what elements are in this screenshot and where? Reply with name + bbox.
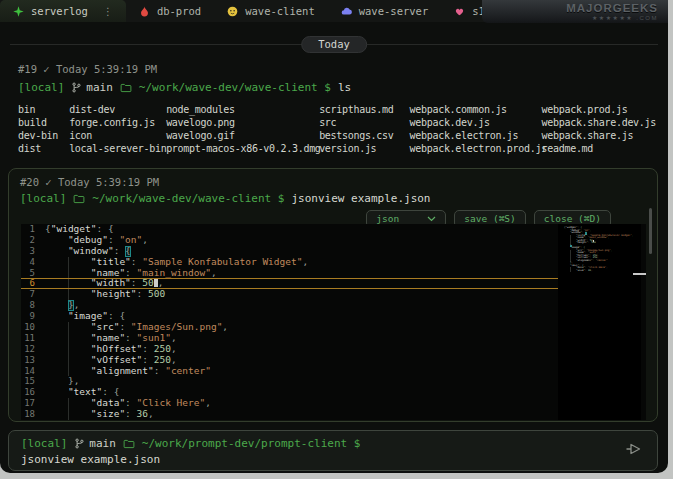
tab-serverlog[interactable]: serverlog⋮ — [0, 0, 126, 22]
code-line: 4 "title": "Sample Konfabulator Widget", — [21, 257, 646, 268]
ls-column: node_moduleswavelogo.pngwavelogo.gifprom… — [166, 103, 319, 155]
line-number: 11 — [21, 333, 45, 344]
prompt-path: ~/work/wave-dev/wave-client $ — [139, 81, 331, 94]
file-name: wavelogo.gif — [166, 129, 319, 142]
line-number: 1 — [21, 224, 45, 235]
file-name: dev-bin — [18, 129, 69, 142]
input-prompt-line: [local]main~/work/prompt-dev/prompt-clie… — [21, 437, 645, 450]
tab-label: wave-client — [245, 5, 315, 17]
prompt-line: [local]~/work/wave-dev/wave-client $json… — [20, 192, 431, 205]
prompt-host: [local] — [20, 192, 66, 205]
chevron-down-icon — [427, 216, 436, 222]
line-number: 17 — [21, 398, 45, 409]
code-lines: 1{"widget": {2 "debug": "on",3 "window":… — [21, 224, 646, 420]
file-name: forge.config.js — [69, 116, 166, 129]
file-name: webpack.share.js — [542, 129, 656, 142]
file-name: bestsongs.csv — [319, 129, 409, 142]
line-number: 2 — [21, 235, 45, 246]
block-number: #19 — [18, 63, 37, 75]
code-line: 14 "alignment": "center" — [21, 366, 646, 377]
timeline-divider: Today — [0, 36, 668, 53]
block-meta: #19 ✓ Today 5:39:19 PM — [18, 63, 656, 75]
folder-icon — [73, 193, 85, 205]
file-name: webpack.prod.js — [542, 103, 656, 116]
tab-db-prod[interactable]: db-prod — [126, 0, 214, 22]
line-number: 3 — [21, 246, 45, 257]
command-block-20[interactable]: #20 ✓ Today 5:39:19 PM [local]~/work/wav… — [8, 168, 658, 422]
panel-scrollbar[interactable] — [649, 208, 652, 254]
ls-column: binbuilddev-bindist — [18, 103, 69, 155]
file-name: version.js — [319, 142, 409, 155]
file-name: wavelogo.png — [166, 116, 319, 129]
file-name: webpack.common.js — [410, 103, 542, 116]
line-number: 9 — [21, 311, 45, 322]
majorgeeks-watermark: MAJORGEEKS ★★★★★★ .COM — [482, 0, 668, 23]
cloud-icon — [341, 6, 352, 17]
block-time: Today 5:39:19 PM — [58, 176, 159, 188]
file-name: readme.md — [542, 142, 656, 155]
today-badge[interactable]: Today — [301, 36, 367, 53]
command-input-text[interactable]: jsonview example.json — [21, 453, 645, 466]
file-name: webpack.dev.js — [410, 116, 542, 129]
block-time: Today 5:39:19 PM — [56, 63, 157, 75]
prompt-host: [local] — [18, 81, 64, 94]
sparkle-icon — [13, 6, 24, 17]
line-number: 8 — [21, 300, 45, 311]
line-number: 12 — [21, 344, 45, 355]
file-name: webpack.electron.prod.js — [410, 142, 542, 155]
prompt-symbol: $ — [354, 437, 361, 450]
prompt-line: [local]main~/work/wave-dev/wave-client $… — [18, 81, 656, 94]
line-number: 18 — [21, 409, 45, 420]
file-name: node_modules — [166, 103, 319, 116]
tab-menu-icon[interactable]: ⋮ — [103, 6, 113, 17]
tab-wave-server[interactable]: wave-server — [328, 0, 442, 22]
terminal-window: serverlog⋮db-prodwave-clientwave-servers… — [0, 0, 668, 473]
tab-label: db-prod — [157, 5, 201, 17]
branch-icon — [74, 438, 85, 449]
file-name: dist-dev — [69, 103, 166, 116]
file-name: scripthaus.md — [319, 103, 409, 116]
file-name: dist — [18, 142, 69, 155]
code-line: 7 "height": 500 — [21, 289, 646, 300]
command-block-19[interactable]: #19 ✓ Today 5:39:19 PM [local]main~/work… — [18, 63, 656, 155]
file-name: bin — [18, 103, 69, 116]
watermark-title: MAJORGEEKS — [566, 3, 658, 14]
mode-select-value: json — [376, 213, 399, 224]
tab-wave-client[interactable]: wave-client — [214, 0, 328, 22]
line-number: 6 — [21, 278, 45, 289]
flame-icon — [139, 6, 150, 17]
folder-icon — [123, 438, 135, 450]
code-line: 18 "size": 36, — [21, 409, 646, 420]
ls-column: scripthaus.mdsrcbestsongs.csvversion.js — [319, 103, 409, 155]
branch-icon — [71, 82, 82, 93]
send-command-icon[interactable] — [624, 441, 643, 461]
line-number: 13 — [21, 355, 45, 366]
file-name: build — [18, 116, 69, 129]
block-number: #20 — [20, 176, 39, 188]
file-name: prompt-macos-x86-v0.2.3.dmg — [166, 142, 319, 155]
check-icon: ✓ — [43, 63, 49, 75]
prompt-path: ~/work/wave-dev/wave-client $ — [92, 192, 284, 205]
code-line: 13 "vOffset": 250, — [21, 355, 646, 366]
command-input-box[interactable]: [local]main~/work/prompt-dev/prompt-clie… — [8, 430, 658, 471]
git-branch: main — [74, 437, 116, 450]
code-line: "size": 36, — [564, 270, 641, 273]
ls-output: binbuilddev-bindistdist-devforge.config.… — [18, 103, 656, 155]
json-editor[interactable]: 1{"widget": {2 "debug": "on",3 "window":… — [21, 224, 646, 420]
prompt-path: ~/work/prompt-dev/prompt-client $ — [142, 437, 361, 450]
file-name: webpack.electron.js — [410, 129, 542, 142]
file-name: src — [319, 116, 409, 129]
file-name: icon — [69, 129, 166, 142]
git-branch: main — [71, 81, 113, 94]
prompt-symbol: $ — [324, 81, 331, 94]
line-number: 15 — [21, 376, 45, 387]
line-number: 10 — [21, 322, 45, 333]
ls-column: webpack.common.jswebpack.dev.jswebpack.e… — [410, 103, 542, 155]
editor-minimap[interactable]: {"widget": { "debug": "on", "window": { … — [558, 224, 641, 420]
watermark-subtitle: ★★★★★★ .COM — [592, 14, 658, 21]
tab-bar: serverlog⋮db-prodwave-clientwave-servers… — [0, 0, 668, 22]
heart-icon — [454, 6, 465, 17]
prompt-host: [local] — [21, 437, 67, 450]
line-number: 5 — [21, 268, 45, 279]
file-name: webpack.share.dev.js — [542, 116, 656, 129]
